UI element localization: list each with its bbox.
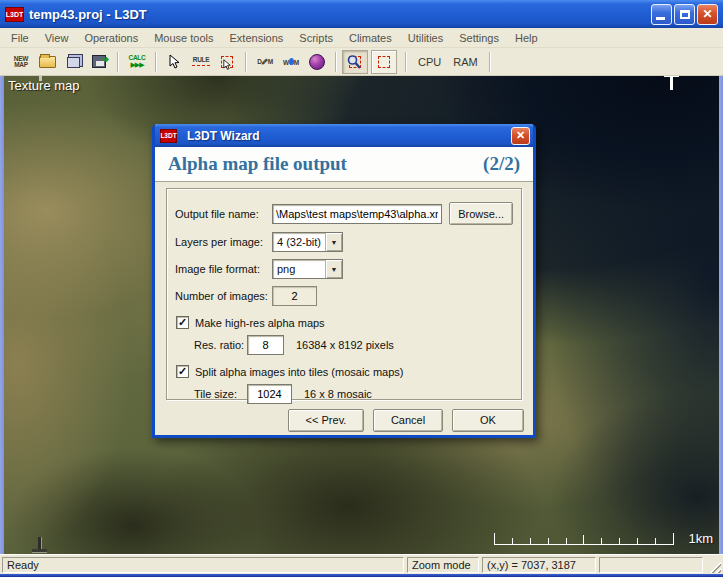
status-mode: Zoom mode bbox=[407, 557, 479, 573]
ok-button[interactable]: OK bbox=[452, 409, 524, 432]
water-map-icon: WM bbox=[283, 58, 299, 66]
cursor-icon bbox=[222, 59, 232, 71]
close-button[interactable]: ✕ bbox=[697, 4, 718, 25]
save-all-icon bbox=[67, 57, 80, 68]
status-coordinates: (x,y) = 7037, 3187 bbox=[482, 557, 596, 573]
map-edge-marker-bottom-left bbox=[32, 537, 47, 552]
globe-icon bbox=[309, 54, 325, 70]
menu-item-help[interactable]: Help bbox=[507, 30, 546, 46]
ruler-tool-button[interactable]: RULE bbox=[188, 50, 214, 74]
open-folder-icon bbox=[39, 56, 56, 68]
close-icon: ✕ bbox=[516, 129, 525, 142]
save-all-button[interactable] bbox=[60, 50, 86, 74]
image-file-format-select[interactable]: png ▼ bbox=[272, 259, 343, 279]
magnifier-icon bbox=[346, 54, 362, 70]
region-box-icon bbox=[378, 56, 390, 68]
water-map-button[interactable]: WM bbox=[278, 50, 304, 74]
wizard-heading: Alpha map file output bbox=[168, 153, 347, 175]
menu-item-extensions[interactable]: Extensions bbox=[222, 30, 292, 46]
dialog-app-icon: L3DT bbox=[160, 129, 177, 143]
prev-button[interactable]: << Prev. bbox=[288, 409, 364, 432]
dialog-footer: << Prev. Cancel OK bbox=[155, 400, 533, 440]
cancel-button[interactable]: Cancel bbox=[373, 409, 443, 432]
window-title: temp43.proj - L3DT bbox=[29, 7, 651, 22]
map-edge-marker-top-right bbox=[664, 76, 679, 91]
tile-size-label: Tile size: bbox=[194, 388, 247, 400]
dialog-close-button[interactable]: ✕ bbox=[511, 127, 530, 145]
selection-box-icon bbox=[221, 56, 233, 68]
res-ratio-input[interactable] bbox=[247, 335, 284, 355]
cursor-icon bbox=[169, 54, 181, 69]
resize-grip[interactable] bbox=[708, 560, 721, 573]
number-of-images-value: 2 bbox=[272, 286, 317, 306]
menu-item-climates[interactable]: Climates bbox=[341, 30, 400, 46]
res-ratio-note: 16384 x 8192 pixels bbox=[296, 339, 394, 351]
maximize-button[interactable] bbox=[674, 4, 695, 25]
design-map-icon: D🖉M bbox=[257, 59, 273, 65]
dialog-body: Output file name: Browse... Layers per i… bbox=[155, 182, 533, 400]
title-bar: L3DT temp43.proj - L3DT ✕ bbox=[0, 0, 723, 28]
region-select-button[interactable] bbox=[371, 50, 397, 74]
new-map-button[interactable]: NEW MAP bbox=[8, 50, 34, 74]
image-file-format-value: png bbox=[273, 260, 299, 278]
pointer-tool-button[interactable] bbox=[162, 50, 188, 74]
wizard-step-indicator: (2/2) bbox=[483, 153, 520, 175]
high-res-label[interactable]: Make high-res alpha maps bbox=[195, 317, 325, 329]
split-tiles-checkbox[interactable]: ✓ bbox=[176, 365, 189, 378]
menu-item-file[interactable]: File bbox=[3, 30, 37, 46]
browse-button[interactable]: Browse... bbox=[449, 202, 513, 225]
save-floppy-icon bbox=[92, 55, 106, 68]
scale-bar bbox=[494, 533, 674, 545]
dialog-title-bar[interactable]: L3DT L3DT Wizard ✕ bbox=[155, 124, 533, 147]
zoom-region-button[interactable] bbox=[342, 50, 368, 74]
image-file-format-label: Image file format: bbox=[175, 263, 272, 275]
scale-label: 1km bbox=[688, 531, 713, 546]
menu-item-scripts[interactable]: Scripts bbox=[291, 30, 341, 46]
toolbar-separator bbox=[155, 52, 157, 72]
tile-size-note: 16 x 8 mosaic bbox=[304, 388, 372, 400]
globe-button[interactable] bbox=[304, 50, 330, 74]
high-res-checkbox[interactable]: ✓ bbox=[176, 316, 189, 329]
toolbar-separator bbox=[405, 52, 407, 72]
toolbar-separator bbox=[489, 52, 491, 72]
main-window: L3DT temp43.proj - L3DT ✕ FileViewOperat… bbox=[0, 0, 723, 577]
toolbar-separator bbox=[117, 52, 119, 72]
toolbar-separator bbox=[245, 52, 247, 72]
menu-item-view[interactable]: View bbox=[37, 30, 77, 46]
ram-button[interactable]: RAM bbox=[447, 56, 483, 68]
layers-per-image-label: Layers per image: bbox=[175, 236, 272, 248]
res-ratio-label: Res. ratio: bbox=[194, 339, 247, 351]
calc-button[interactable]: CALC ▶▶▶ bbox=[124, 50, 150, 74]
number-of-images-label: Number of images: bbox=[175, 290, 272, 302]
save-button[interactable] bbox=[86, 50, 112, 74]
close-icon: ✕ bbox=[702, 7, 712, 21]
ruler-icon: RULE bbox=[193, 57, 210, 63]
layers-per-image-value: 4 (32-bit) bbox=[273, 233, 325, 251]
window-right-border bbox=[719, 76, 723, 554]
cpu-button[interactable]: CPU bbox=[412, 56, 447, 68]
toolbar: NEW MAP CALC ▶▶▶ RULE D🖉M WM bbox=[0, 48, 723, 76]
form-panel: Output file name: Browse... Layers per i… bbox=[166, 188, 522, 400]
open-project-button[interactable] bbox=[34, 50, 60, 74]
status-message: Ready bbox=[2, 557, 404, 573]
status-bar: Ready Zoom mode (x,y) = 7037, 3187 bbox=[0, 554, 723, 574]
design-map-button[interactable]: D🖉M bbox=[252, 50, 278, 74]
menu-item-operations[interactable]: Operations bbox=[76, 30, 146, 46]
menu-item-mouse-tools[interactable]: Mouse tools bbox=[146, 30, 221, 46]
layers-per-image-select[interactable]: 4 (32-bit) ▼ bbox=[272, 232, 343, 252]
minimize-icon bbox=[656, 17, 665, 20]
chevron-down-icon[interactable]: ▼ bbox=[325, 260, 342, 278]
menu-item-utilities[interactable]: Utilities bbox=[400, 30, 451, 46]
minimize-button[interactable] bbox=[651, 4, 672, 25]
dialog-title: L3DT Wizard bbox=[187, 129, 511, 143]
select-region-button[interactable] bbox=[214, 50, 240, 74]
maximize-icon bbox=[680, 10, 690, 19]
app-icon: L3DT bbox=[5, 7, 24, 22]
wizard-dialog: L3DT L3DT Wizard ✕ Alpha map file output… bbox=[152, 124, 536, 438]
menu-item-settings[interactable]: Settings bbox=[451, 30, 507, 46]
dialog-header: Alpha map file output (2/2) bbox=[155, 147, 533, 182]
output-file-input[interactable] bbox=[272, 204, 442, 224]
map-edge-marker-top-left bbox=[34, 76, 47, 82]
chevron-down-icon[interactable]: ▼ bbox=[325, 233, 342, 251]
split-tiles-label[interactable]: Split alpha images into tiles (mosaic ma… bbox=[195, 366, 403, 378]
